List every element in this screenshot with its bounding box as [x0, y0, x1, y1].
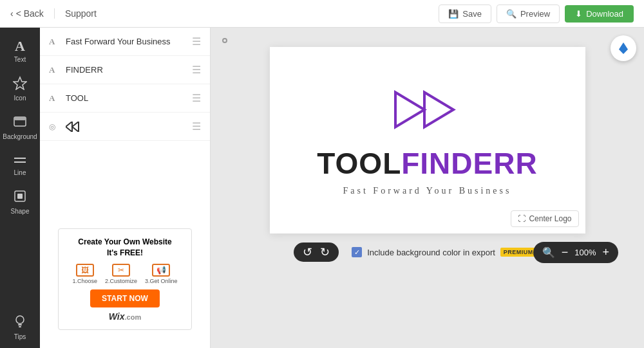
layer-shape-icon: ◎ [49, 122, 59, 131]
layer-item-tagline[interactable]: A Fast Forward Your Business ☰ [40, 28, 210, 56]
undo-button[interactable]: ↺ [303, 246, 312, 258]
download-icon: ⬇ [575, 9, 582, 19]
background-label: Background [3, 133, 37, 140]
back-button[interactable]: ‹ < Back [10, 8, 55, 19]
drag-handle-1[interactable]: ☰ [192, 35, 201, 48]
ad-step-2: ✂ 2.Customize [105, 264, 137, 284]
zoom-search-icon: 🔍 [542, 246, 555, 259]
svg-point-7 [16, 316, 24, 324]
logo-canvas[interactable]: TOOL FINDERR Fast Forward Your Business … [270, 47, 585, 234]
shape-icon [13, 189, 27, 206]
svg-marker-0 [14, 77, 26, 89]
tips-label: Tips [14, 333, 26, 340]
undo-redo-buttons: ↺ ↻ [294, 243, 339, 262]
line-icon [13, 153, 27, 168]
zoom-out-button[interactable]: − [562, 246, 569, 259]
svg-rect-9 [19, 326, 21, 327]
main-layout: A Text Icon Background Line Shape [0, 28, 644, 348]
back-arrow-icon: ‹ [10, 8, 14, 19]
color-picker-button[interactable] [611, 35, 636, 61]
download-button[interactable]: ⬇ Download [565, 5, 634, 23]
search-icon: 🔍 [506, 9, 516, 19]
drag-handle-4[interactable]: ☰ [192, 120, 201, 133]
preview-label: Preview [520, 9, 550, 19]
center-logo-icon: ⛶ [518, 214, 526, 223]
ad-title: Create Your Own WebsiteIt's FREE! [66, 237, 184, 259]
preview-button[interactable]: 🔍 Preview [497, 5, 560, 23]
back-label: < Back [16, 8, 44, 19]
icon-icon [13, 76, 27, 93]
logo-text-finderr: FINDERR [401, 146, 537, 181]
topbar: ‹ < Back Support 💾 Save 🔍 Preview ⬇ Down… [0, 0, 644, 28]
logo-text-tool: TOOL [317, 146, 401, 181]
support-link[interactable]: Support [65, 8, 428, 19]
canvas-area: TOOL FINDERR Fast Forward Your Business … [211, 28, 644, 348]
save-icon: 💾 [448, 9, 459, 19]
layer-item-finderr[interactable]: A FINDERR ☰ [40, 56, 210, 84]
line-label: Line [14, 169, 26, 176]
logo-text: TOOL FINDERR [317, 146, 537, 181]
color-drop-icon [619, 42, 628, 54]
ad-step-1-icon: 🖼 [76, 264, 94, 277]
include-bg-checkbox[interactable]: ✓ [352, 247, 362, 257]
sidebar-item-background[interactable]: Background [0, 109, 40, 145]
sidebar-item-tips[interactable]: Tips [0, 309, 40, 348]
right-actions: 💾 Save 🔍 Preview ⬇ Download [439, 5, 634, 23]
ad-icons: 🖼 1.Choose ✂ 2.Customize 📢 3.Get Online [66, 264, 184, 284]
layers-panel: A Fast Forward Your Business ☰ A FINDERR… [40, 28, 211, 348]
tips-icon [14, 315, 26, 332]
hint-dot [220, 35, 230, 46]
layer-label-2: FINDERR [66, 65, 185, 75]
wix-logo: Wix.com [66, 311, 184, 322]
layer-label-4 [66, 121, 185, 132]
center-logo-button[interactable]: ⛶ Center Logo [511, 210, 578, 227]
center-logo-label: Center Logo [529, 214, 571, 223]
svg-marker-13 [424, 93, 453, 127]
svg-rect-2 [14, 117, 26, 120]
layer-label-1: Fast Forward Your Business [66, 37, 185, 46]
hint-dot-inner [222, 38, 227, 43]
save-label: Save [462, 9, 482, 19]
layer-item-shape[interactable]: ◎ ☰ [40, 113, 210, 141]
layer-text-icon-3: A [49, 93, 59, 104]
ad-step-3-icon: 📢 [152, 264, 170, 277]
ad-step-3-label: 3.Get Online [145, 278, 178, 284]
layer-text-icon-2: A [49, 65, 59, 75]
drag-handle-3[interactable]: ☰ [192, 92, 201, 104]
sidebar-item-shape[interactable]: Shape [0, 184, 40, 220]
ad-step-1-label: 1.Choose [72, 278, 97, 284]
ad-section: Create Your Own WebsiteIt's FREE! 🖼 1.Ch… [40, 141, 210, 348]
redo-button[interactable]: ↻ [320, 246, 330, 258]
icon-label: Icon [14, 95, 26, 102]
svg-marker-12 [395, 93, 424, 127]
ad-step-2-icon: ✂ [112, 264, 130, 277]
sidebar-item-text[interactable]: A Text [0, 33, 40, 68]
sidebar-item-line[interactable]: Line [0, 148, 40, 181]
svg-rect-6 [17, 194, 23, 199]
logo-tagline: Fast Forward Your Business [343, 186, 512, 196]
download-label: Download [586, 9, 623, 19]
ad-step-3: 📢 3.Get Online [145, 264, 178, 284]
layer-item-tool[interactable]: A TOOL ☰ [40, 84, 210, 113]
text-label: Text [14, 56, 26, 63]
ad-step-2-label: 2.Customize [105, 278, 137, 284]
sidebar-item-icon[interactable]: Icon [0, 71, 40, 107]
shape-label: Shape [11, 208, 30, 215]
layer-label-3: TOOL [66, 93, 185, 103]
svg-marker-11 [72, 122, 79, 132]
start-now-button[interactable]: START NOW [90, 289, 160, 307]
zoom-value: 100% [574, 248, 596, 257]
include-bg-label: Include background color in export [367, 248, 495, 257]
logo-icon [389, 84, 466, 138]
layer-text-icon-1: A [49, 37, 59, 47]
zoom-in-button[interactable]: + [602, 246, 609, 259]
ad-banner: Create Your Own WebsiteIt's FREE! 🖼 1.Ch… [58, 228, 192, 330]
left-sidebar: A Text Icon Background Line Shape [0, 28, 40, 348]
include-bg-row: ✓ Include background color in export PRE… [352, 246, 561, 259]
save-button[interactable]: 💾 Save [439, 5, 491, 23]
premium-badge: PREMIUM [500, 248, 536, 257]
bottom-bar: ↺ ↻ ✓ Include background color in export… [223, 243, 631, 262]
svg-rect-8 [18, 324, 22, 325]
drag-handle-2[interactable]: ☰ [192, 64, 201, 76]
text-icon: A [15, 38, 25, 55]
